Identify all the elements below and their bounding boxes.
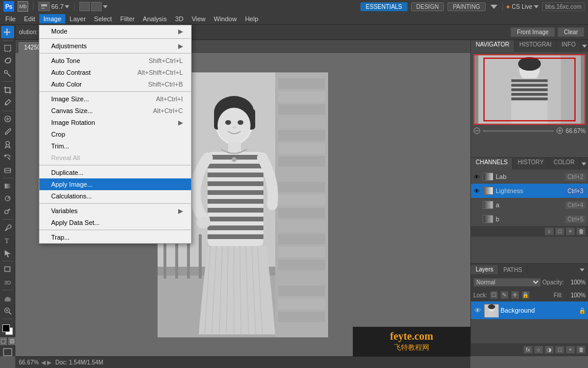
zoom-slider[interactable] (483, 130, 554, 132)
lasso-tool[interactable] (1, 55, 14, 67)
channel-row-b[interactable]: b Ctrl+5 (471, 212, 588, 226)
ch-btn-new[interactable]: + (566, 227, 575, 236)
channel-eye-a[interactable] (473, 201, 480, 208)
view-dropdown-icon[interactable] (103, 2, 108, 11)
menu-item-mode[interactable]: Mode ▶ (39, 25, 191, 37)
clone-tool[interactable] (1, 138, 14, 151)
menu-item-trim[interactable]: Trim... (39, 140, 191, 152)
layer-mask-btn[interactable]: ○ (534, 346, 543, 354)
channel-row-lightness[interactable]: 👁 Lightness Ctrl+3 (471, 184, 588, 198)
menu-item-variables[interactable]: Variables ▶ (39, 205, 191, 217)
hand-tool[interactable] (1, 292, 14, 304)
more-workspaces-icon[interactable] (489, 2, 499, 11)
menu-item-apply-dataset[interactable]: Apply Data Set... (39, 217, 191, 228)
fg-bg-colors[interactable] (1, 323, 14, 336)
zoom-in-icon[interactable] (556, 127, 563, 134)
menu-item-crop[interactable]: Crop (39, 128, 191, 140)
mb-icon[interactable]: Mb (18, 1, 28, 12)
text-tool[interactable]: T (1, 234, 14, 247)
menu-view[interactable]: View (188, 14, 210, 24)
zoom-out-icon[interactable] (473, 127, 480, 134)
arrange-icon[interactable] (38, 2, 50, 11)
gradient-tool[interactable] (1, 180, 14, 192)
essentials-btn[interactable]: ESSENTIALS (360, 2, 407, 11)
lock-all-btn[interactable]: 🔒 (522, 291, 530, 299)
menu-3d[interactable]: 3D (171, 14, 188, 24)
menu-window[interactable]: Window (210, 14, 241, 24)
ch-btn-load[interactable]: ○ (544, 227, 554, 236)
menu-item-auto-contrast[interactable]: Auto Contrast Alt+Shift+Ctrl+L (39, 67, 191, 78)
tab-paths[interactable]: PATHS (499, 266, 527, 274)
menu-item-duplicate[interactable]: Duplicate... (39, 167, 191, 178)
standard-mode-btn[interactable] (0, 337, 7, 345)
menu-layer[interactable]: Layer (65, 14, 90, 24)
wand-tool[interactable] (1, 68, 14, 80)
channel-eye-lightness[interactable]: 👁 (473, 187, 480, 194)
painting-btn[interactable]: PAINTING (447, 2, 485, 11)
view-btn-2[interactable] (91, 2, 102, 11)
clear-btn[interactable]: Clear (557, 27, 584, 37)
tab-navigator[interactable]: NAVIGATOR (471, 40, 514, 52)
pen-tool[interactable] (1, 221, 14, 234)
3d-tool[interactable]: 3D (1, 276, 14, 289)
blend-mode-select[interactable]: Normal (473, 278, 541, 287)
channel-eye-b[interactable] (473, 216, 480, 223)
channel-row-lab[interactable]: 👁 Lab Ctrl+2 (471, 170, 588, 184)
path-select-tool[interactable] (1, 247, 14, 259)
menu-item-image-size[interactable]: Image Size... Alt+Ctrl+I (39, 93, 191, 105)
layer-row-background[interactable]: 👁 Background 🔒 (471, 301, 588, 319)
lock-move-btn[interactable]: ✛ (511, 291, 519, 299)
layer-new-btn[interactable]: + (566, 346, 575, 354)
menu-filter[interactable]: Filter (116, 14, 138, 24)
channel-eye-lab[interactable]: 👁 (473, 173, 480, 180)
menu-edit[interactable]: Edit (20, 14, 39, 24)
menu-item-canvas-size[interactable]: Canvas Size... Alt+Ctrl+C (39, 105, 191, 117)
menu-item-auto-color[interactable]: Auto Color Shift+Ctrl+B (39, 78, 191, 90)
blur-tool[interactable] (1, 193, 14, 205)
navigator-menu-btn[interactable] (581, 40, 588, 52)
move-tool[interactable] (1, 26, 14, 38)
foreground-color[interactable] (2, 324, 10, 332)
layers-menu-btn[interactable] (576, 264, 588, 276)
tab-info[interactable]: INFO (557, 40, 581, 52)
layer-delete-btn[interactable]: 🗑 (576, 346, 586, 354)
menu-item-image-rotation[interactable]: Image Rotation ▶ (39, 117, 191, 128)
crop-tool[interactable] (1, 84, 14, 96)
tab-channels[interactable]: CHANNELS (471, 158, 513, 170)
layer-eye-bg[interactable]: 👁 (473, 307, 482, 314)
menu-item-adjustments[interactable]: Adjustments ▶ (39, 40, 191, 52)
menu-item-calculations[interactable]: Calculations... (39, 190, 191, 202)
menu-help[interactable]: Help (241, 14, 263, 24)
eraser-tool[interactable] (1, 164, 14, 176)
heal-tool[interactable] (1, 112, 14, 125)
layer-group-btn[interactable]: □ (555, 346, 564, 354)
cs-live-btn[interactable]: ● CS Live (506, 3, 539, 10)
dodge-tool[interactable] (1, 205, 14, 218)
menu-image[interactable]: Image (39, 14, 66, 24)
layer-adj-btn[interactable]: ◑ (544, 346, 554, 354)
channel-row-a[interactable]: a Ctrl+4 (471, 198, 588, 212)
lock-image-btn[interactable]: ✎ (500, 291, 509, 299)
ch-btn-delete[interactable]: 🗑 (576, 227, 586, 236)
menu-item-trap[interactable]: Trap... (39, 231, 191, 243)
screen-mode-btn[interactable] (3, 348, 12, 356)
eyedropper-tool[interactable] (1, 97, 14, 109)
menu-select[interactable]: Select (90, 14, 116, 24)
menu-analysis[interactable]: Analysis (139, 14, 171, 24)
menu-item-auto-tone[interactable]: Auto Tone Shift+Ctrl+L (39, 55, 191, 67)
menu-item-apply-image[interactable]: Apply Image... (39, 178, 191, 190)
ch-btn-save[interactable]: □ (555, 227, 564, 236)
channels-menu-btn[interactable] (580, 158, 588, 170)
marquee-tool[interactable] (1, 42, 14, 55)
tab-history[interactable]: HISTORY (513, 158, 549, 170)
zoom-tool[interactable] (1, 305, 14, 317)
lock-transparent-btn[interactable]: ☐ (490, 291, 498, 299)
tab-histogram[interactable]: HISTOGRAI (514, 40, 557, 52)
tab-layers[interactable]: Layers (471, 265, 499, 274)
front-image-btn[interactable]: Front Image (510, 27, 555, 37)
quick-mask-btn[interactable] (8, 337, 16, 345)
view-btn-1[interactable] (79, 2, 90, 11)
menu-file[interactable]: File (1, 14, 20, 24)
layer-fx-btn[interactable]: fx (523, 346, 533, 354)
zoom-dropdown-icon[interactable] (65, 4, 69, 9)
